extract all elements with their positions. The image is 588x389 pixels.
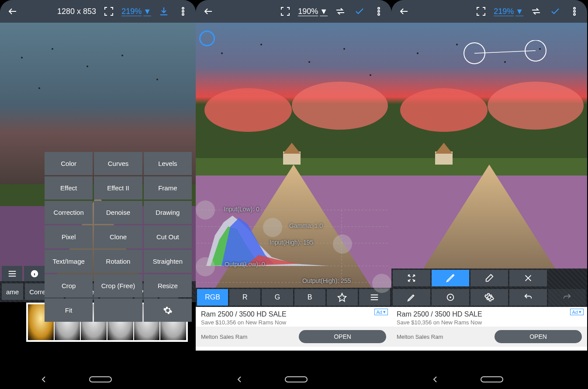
svg-point-29: [370, 74, 371, 76]
hist-handle-gamma[interactable]: [263, 218, 282, 237]
tools-menu: Color Curves Levels Effect Effect II Fra…: [45, 152, 192, 322]
image-canvas[interactable]: Ram 2500 / 3500 HD SALE Save $10,356 on …: [391, 23, 587, 370]
hist-handle-output-low[interactable]: [196, 257, 215, 276]
ad-label[interactable]: Ad▾: [374, 309, 388, 315]
menu-correction[interactable]: Correction: [45, 201, 93, 224]
zoom-dropdown[interactable]: 219%▼: [121, 7, 151, 16]
back-icon[interactable]: [202, 5, 215, 18]
menu-levels[interactable]: Levels: [144, 152, 192, 175]
svg-point-8: [52, 48, 53, 50]
menu-drawing[interactable]: Drawing: [144, 201, 192, 224]
channel-g[interactable]: G: [262, 289, 293, 306]
fullscreen-icon[interactable]: [102, 5, 115, 18]
back-icon[interactable]: [398, 5, 411, 18]
pencil-small-icon[interactable]: [393, 289, 430, 306]
overflow-icon[interactable]: [372, 5, 385, 18]
menu-frame[interactable]: Frame: [144, 176, 192, 200]
info-icon[interactable]: [24, 266, 45, 282]
svg-point-16: [378, 14, 380, 15]
menu-straighten[interactable]: Straighten: [144, 250, 192, 273]
svg-point-18: [204, 88, 292, 132]
svg-point-12: [38, 87, 40, 89]
hist-handle-input-low[interactable]: [196, 200, 215, 220]
expand-icon[interactable]: [393, 270, 430, 286]
menu-effect2[interactable]: Effect II: [94, 176, 142, 200]
nav-back-icon[interactable]: [429, 373, 442, 386]
menu-cutout[interactable]: Cut Out: [144, 225, 192, 248]
histogram-panel: Input(Low): 0 Gamma: 1.0 Input(High): 19…: [197, 205, 390, 289]
svg-point-42: [456, 44, 458, 45]
svg-point-14: [378, 7, 380, 9]
redo-icon[interactable]: [548, 289, 586, 306]
ad-banner[interactable]: Ram 2500 / 3500 HD SALE Save $10,356 on …: [196, 307, 391, 351]
image-canvas[interactable]: Color Curves Levels Effect Effect II Fra…: [0, 23, 196, 370]
svg-point-0: [182, 7, 184, 9]
target-icon[interactable]: [432, 289, 469, 306]
compare-icon[interactable]: [529, 5, 543, 18]
nav-home-icon[interactable]: [89, 376, 112, 382]
menu-pixel[interactable]: Pixel: [45, 225, 93, 248]
ad-brand: Melton Sales Ram: [397, 334, 486, 340]
menu-color[interactable]: Color: [45, 152, 93, 175]
top-bar: 190%▼: [196, 0, 391, 23]
hamburger-icon[interactable]: [2, 266, 22, 282]
ad-label[interactable]: Ad▾: [570, 309, 584, 315]
compare-icon[interactable]: [334, 5, 347, 18]
menu-resize[interactable]: Resize: [144, 274, 192, 297]
undo-icon[interactable]: [509, 289, 547, 306]
ad-banner[interactable]: Ram 2500 / 3500 HD SALE Save $10,356 on …: [391, 307, 587, 351]
fullscreen-icon[interactable]: [474, 5, 488, 18]
menu-clone[interactable]: Clone: [94, 225, 142, 248]
overflow-icon[interactable]: [568, 5, 581, 18]
top-bar: 1280 x 853 219%▼: [0, 0, 196, 23]
menu-textimage[interactable]: Text/Image: [45, 250, 93, 273]
fullscreen-icon[interactable]: [279, 5, 292, 18]
svg-point-9: [86, 65, 88, 67]
pencil-icon[interactable]: [432, 270, 469, 286]
phone-1: 1280 x 853 219%▼ Color Curves Levels Eff…: [0, 0, 196, 389]
close-icon[interactable]: [509, 270, 547, 286]
overflow-icon[interactable]: [176, 5, 190, 18]
zoom-dropdown[interactable]: 219%▼: [494, 7, 523, 16]
ad-open-button[interactable]: OPEN: [299, 330, 386, 343]
channel-rgb[interactable]: RGB: [197, 289, 228, 306]
ad-open-button[interactable]: OPEN: [495, 330, 582, 343]
menu-crop[interactable]: Crop: [45, 274, 93, 297]
eraser-icon[interactable]: [470, 270, 508, 286]
tab-frame[interactable]: ame: [2, 283, 23, 300]
ad-title: Ram 2500 / 3500 HD SALE: [201, 310, 386, 318]
menu-denoise[interactable]: Denoise: [94, 201, 142, 224]
gear-icon[interactable]: [470, 289, 508, 306]
svg-point-49: [450, 296, 451, 298]
favorite-icon[interactable]: [327, 289, 358, 306]
image-canvas[interactable]: Input(Low): 0 Gamma: 1.0 Input(High): 19…: [196, 23, 391, 370]
hist-handle-input-high[interactable]: [333, 234, 352, 254]
nav-back-icon[interactable]: [233, 373, 246, 386]
hist-handle-output-high[interactable]: [372, 274, 391, 293]
color-picker-cursor[interactable]: [199, 31, 215, 46]
svg-point-27: [308, 61, 310, 63]
nav-home-icon[interactable]: [285, 376, 308, 382]
menu-cropfree[interactable]: Crop (Free): [94, 274, 142, 297]
download-icon[interactable]: [157, 5, 170, 18]
menu-rotation[interactable]: Rotation: [94, 250, 142, 273]
channel-r[interactable]: R: [229, 289, 260, 306]
svg-point-15: [378, 10, 380, 12]
channel-b[interactable]: B: [294, 289, 325, 306]
straighten-handles-icon[interactable]: [461, 40, 549, 71]
menu-gear[interactable]: [144, 299, 192, 322]
ad-title: Ram 2500 / 3500 HD SALE: [397, 310, 582, 318]
svg-point-11: [156, 79, 158, 80]
menu-effect[interactable]: Effect: [45, 176, 93, 200]
hist-gamma-label: Gamma: 1.0: [289, 222, 323, 229]
ad-brand: Melton Sales Ram: [201, 334, 290, 340]
nav-back-icon[interactable]: [37, 373, 50, 386]
menu-fit[interactable]: Fit: [45, 299, 93, 322]
menu-curves[interactable]: Curves: [94, 152, 142, 175]
zoom-dropdown[interactable]: 190%▼: [298, 7, 328, 16]
image-dimensions: 1280 x 853: [57, 7, 96, 16]
nav-home-icon[interactable]: [481, 376, 503, 382]
back-icon[interactable]: [6, 5, 19, 18]
apply-icon[interactable]: [353, 5, 366, 18]
apply-icon[interactable]: [549, 5, 562, 18]
